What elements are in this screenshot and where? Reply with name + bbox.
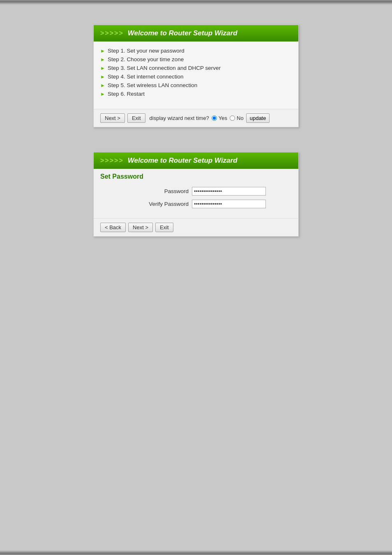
verify-password-input[interactable] — [192, 200, 266, 208]
update-button[interactable]: update — [246, 113, 270, 123]
header-title-2: Welcome to Router Setup Wizard — [128, 157, 238, 165]
verify-password-label: Verify Password — [126, 201, 192, 207]
display-wizard-text: display wizard next time? — [150, 115, 209, 121]
step-item-2: ► Step 2. Choose your time zone — [100, 55, 292, 64]
verify-password-row: Verify Password — [100, 200, 292, 208]
exit-button-1[interactable]: Exit — [127, 113, 145, 123]
password-input[interactable] — [192, 187, 266, 196]
wizard-header-2: >>>>> Welcome to Router Setup Wizard — [94, 152, 298, 169]
radio-no-label: No — [237, 115, 244, 121]
step-bullet-2: ► — [100, 57, 105, 62]
step-bullet-6: ► — [100, 91, 105, 97]
second-bar — [0, 2, 392, 4]
back-button-2[interactable]: < Back — [100, 223, 126, 232]
radio-group-no: No — [230, 115, 244, 121]
step-bullet-5: ► — [100, 83, 105, 88]
bottom-bars — [0, 261, 392, 555]
wizard-header-1: >>>>> Welcome to Router Setup Wizard — [94, 25, 298, 41]
header-arrows-1: >>>>> — [100, 30, 124, 37]
bottom-bar-main — [0, 553, 392, 555]
wizard-body-1: ► Step 1. Set your new password ► Step 2… — [94, 41, 298, 109]
password-row: Password — [100, 187, 292, 196]
step-bullet-3: ► — [100, 65, 105, 71]
radio-group-yes: Yes — [212, 115, 227, 121]
content-area: >>>>> Welcome to Router Setup Wizard ► S… — [0, 16, 392, 261]
step-item-6: ► Step 6. Restart — [100, 90, 292, 98]
wizard-card-2: >>>>> Welcome to Router Setup Wizard Set… — [93, 152, 299, 237]
step-item-1: ► Step 1. Set your new password — [100, 46, 292, 55]
exit-button-2[interactable]: Exit — [155, 223, 173, 232]
radio-yes-label: Yes — [219, 115, 227, 121]
form-table: Password Verify Password — [94, 183, 298, 218]
wizard-footer-2: < Back Next > Exit — [94, 218, 298, 236]
radio-no[interactable] — [230, 115, 235, 121]
step-item-3: ► Step 3. Set LAN connection and DHCP se… — [100, 64, 292, 72]
wizard-footer-1: Next > Exit display wizard next time? Ye… — [94, 109, 298, 127]
page-wrapper: >>>>> Welcome to Router Setup Wizard ► S… — [0, 0, 392, 555]
password-label: Password — [126, 188, 192, 194]
step-item-4: ► Step 4. Set internet connection — [100, 72, 292, 81]
header-title-1: Welcome to Router Setup Wizard — [128, 29, 238, 37]
wizard-steps: ► Step 1. Set your new password ► Step 2… — [100, 46, 292, 98]
header-arrows-2: >>>>> — [100, 157, 124, 164]
step-bullet-1: ► — [100, 48, 105, 54]
next-button-2[interactable]: Next > — [128, 223, 153, 232]
set-password-title: Set Password — [94, 169, 298, 183]
radio-yes[interactable] — [212, 115, 217, 121]
step-bullet-4: ► — [100, 74, 105, 80]
wizard-card-1: >>>>> Welcome to Router Setup Wizard ► S… — [93, 25, 299, 127]
step-item-5: ► Step 5. Set wireless LAN connection — [100, 81, 292, 90]
next-button-1[interactable]: Next > — [100, 113, 125, 123]
